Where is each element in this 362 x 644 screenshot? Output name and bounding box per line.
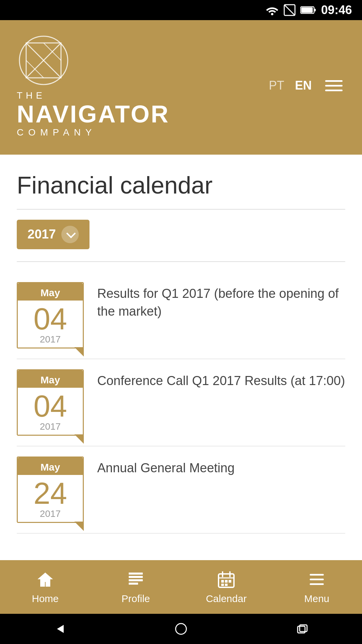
svg-rect-5: [301, 7, 313, 13]
android-nav-bar: [0, 614, 362, 644]
date-year: 2017: [18, 421, 83, 435]
nav-menu[interactable]: Menu: [272, 570, 362, 604]
date-day: 24: [18, 475, 83, 508]
svg-rect-17: [131, 573, 133, 575]
svg-marker-30: [57, 625, 64, 633]
hamburger-line-1: [325, 80, 343, 82]
nav-profile-label: Profile: [121, 593, 150, 604]
page-title: Financial calendar: [17, 171, 345, 199]
date-card-corner: [74, 434, 84, 444]
android-recents-button[interactable]: [295, 622, 308, 636]
calendar-item[interactable]: May 04 2017 Conference Call Q1 2017 Resu…: [17, 359, 345, 446]
date-card-corner: [74, 522, 84, 531]
status-icons: 09:46: [265, 3, 352, 17]
date-month: May: [18, 283, 83, 301]
svg-rect-24: [229, 580, 231, 583]
app-header: THE NAVIGATOR COMPANY PT EN: [0, 20, 362, 155]
svg-rect-27: [310, 574, 324, 576]
event-title: Annual General Meeting: [97, 457, 345, 477]
svg-rect-28: [310, 579, 324, 580]
date-card: May 04 2017: [17, 282, 84, 348]
svg-rect-12: [129, 573, 143, 575]
calendar-list: May 04 2017 Results for Q1 2017 (before …: [17, 272, 345, 534]
header-right: PT EN: [269, 77, 345, 94]
logo-the: THE: [17, 91, 170, 101]
divider-year: [17, 261, 345, 262]
date-card-wrapper: May 04 2017: [17, 369, 84, 436]
lang-pt-button[interactable]: PT: [269, 78, 284, 93]
svg-line-2: [284, 5, 295, 15]
nav-calendar[interactable]: Calendar: [181, 570, 272, 604]
lang-en-button[interactable]: EN: [295, 78, 312, 93]
year-label: 2017: [27, 227, 56, 241]
hamburger-line-2: [325, 85, 343, 87]
date-day: 04: [18, 388, 83, 421]
hamburger-line-3: [325, 90, 343, 91]
year-selector[interactable]: 2017: [17, 220, 89, 249]
status-bar: 09:46: [0, 0, 362, 20]
hamburger-menu-button[interactable]: [322, 77, 345, 94]
svg-rect-26: [225, 584, 228, 586]
logo-icon: [17, 34, 70, 87]
date-month: May: [18, 458, 83, 475]
bottom-navigation: Home Profile: [0, 560, 362, 614]
logo-company: COMPANY: [17, 127, 170, 138]
svg-rect-22: [221, 580, 224, 583]
svg-rect-15: [129, 583, 138, 585]
calendar-item[interactable]: May 24 2017 Annual General Meeting: [17, 446, 345, 534]
nav-profile[interactable]: Profile: [90, 570, 181, 604]
nav-menu-label: Menu: [304, 593, 329, 604]
nav-calendar-label: Calendar: [206, 593, 247, 604]
svg-rect-25: [221, 584, 224, 586]
battery-icon: [300, 5, 316, 15]
date-year: 2017: [18, 334, 83, 347]
svg-point-31: [176, 624, 186, 634]
date-year: 2017: [18, 508, 83, 522]
brand-logo: THE NAVIGATOR COMPANY: [17, 34, 170, 138]
logo-navigator: NAVIGATOR: [17, 101, 170, 127]
nav-home-label: Home: [32, 593, 59, 604]
wifi-icon: [265, 5, 279, 15]
home-icon: [35, 570, 55, 590]
status-time: 09:46: [321, 3, 352, 17]
android-back-button[interactable]: [54, 622, 67, 636]
svg-rect-4: [314, 9, 316, 11]
chevron-down-icon: [61, 226, 79, 243]
main-content: Financial calendar 2017 May 04 2017 Resu…: [0, 155, 362, 534]
svg-rect-29: [310, 583, 324, 585]
calendar-item[interactable]: May 04 2017 Results for Q1 2017 (before …: [17, 272, 345, 359]
date-card: May 24 2017: [17, 457, 84, 523]
menu-icon: [307, 570, 327, 590]
calendar-icon: [216, 570, 236, 590]
android-home-button[interactable]: [174, 622, 188, 636]
divider-top: [17, 209, 345, 210]
svg-point-0: [271, 13, 273, 15]
svg-rect-13: [129, 576, 143, 578]
svg-rect-14: [129, 579, 143, 581]
date-card: May 04 2017: [17, 369, 84, 436]
date-card-wrapper: May 04 2017: [17, 282, 84, 348]
svg-rect-16: [129, 573, 131, 575]
signal-icon: [284, 4, 296, 16]
logo-text: THE NAVIGATOR COMPANY: [17, 91, 170, 138]
date-day: 04: [18, 301, 83, 334]
date-month: May: [18, 370, 83, 388]
svg-rect-23: [225, 580, 228, 583]
profile-icon: [126, 570, 146, 590]
event-title: Results for Q1 2017 (before the opening …: [97, 282, 345, 320]
date-card-wrapper: May 24 2017: [17, 457, 84, 523]
event-title: Conference Call Q1 2017 Results (at 17:0…: [97, 369, 345, 390]
nav-home[interactable]: Home: [0, 570, 90, 604]
date-card-corner: [74, 347, 84, 357]
